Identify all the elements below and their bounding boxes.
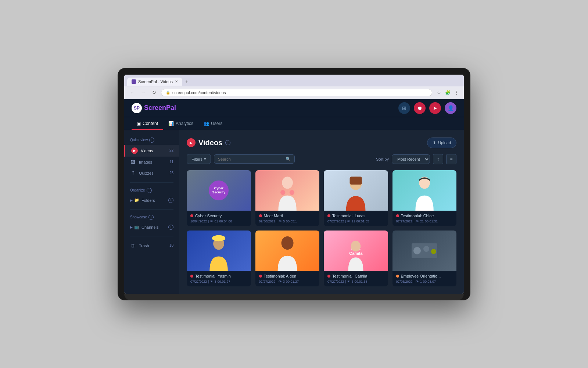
back-button[interactable]: ← <box>128 89 136 97</box>
video-meta-3: 07/27/2022 | 👁 21 00:01:31 <box>396 219 453 223</box>
cyber-circle-overlay: CyberSecurity <box>209 181 229 200</box>
sidebar-item-trash[interactable]: 🗑 Trash 10 <box>124 240 179 251</box>
views-icon-4: 👁 <box>210 280 213 283</box>
views-icon-0: 👁 <box>210 219 213 223</box>
images-label: Images <box>139 160 152 164</box>
video-views-7: 1 <box>420 280 422 283</box>
video-meta-6: 07/27/2022 | 👁 6 00:01:38 <box>327 280 384 283</box>
video-duration-3: 00:01:31 <box>425 219 438 223</box>
search-input[interactable] <box>218 157 283 161</box>
video-info-4: Testimonial: Yasmin 07/27/2022 | 👁 3 00:… <box>187 271 251 286</box>
trash-icon: 🗑 <box>130 243 136 249</box>
settings-icon[interactable]: ⋮ <box>453 89 460 96</box>
video-meta-4: 07/27/2022 | 👁 3 00:01:27 <box>190 280 247 283</box>
channels-label: Channels <box>141 225 158 229</box>
video-card-3[interactable]: Testimonial: Chloe 07/27/2022 | 👁 21 00:… <box>392 170 457 226</box>
svg-point-11 <box>413 247 421 254</box>
video-card-7[interactable]: Employee Orientatio... 07/05/2022 | 👁 1 … <box>392 231 457 286</box>
filters-button[interactable]: Filters ▾ <box>187 154 211 164</box>
video-views-3: 21 <box>420 219 424 223</box>
list-view-button[interactable]: ≡ <box>446 154 456 164</box>
upload-button[interactable]: ⬆ Upload <box>427 137 456 148</box>
bookmark-icon[interactable]: ☆ <box>435 89 442 96</box>
person-camila <box>337 239 375 271</box>
quizzes-icon: ? <box>130 170 136 176</box>
video-card-5[interactable]: Testimonial: Aiden 07/27/2022 | 👁 3 00:0… <box>255 231 320 286</box>
page-title-info-icon[interactable]: i <box>225 140 230 145</box>
videos-icon: ▶ <box>131 147 138 154</box>
video-thumbnail-4 <box>187 231 251 271</box>
quizzes-count: 25 <box>169 171 173 175</box>
new-tab-button[interactable]: + <box>182 77 191 86</box>
separator-4: | <box>208 280 209 283</box>
svg-point-13 <box>431 249 436 254</box>
sidebar-item-videos[interactable]: ▶ Videos 22 <box>124 145 179 157</box>
browser-toolbar: ← → ↻ 🔒 screenpal.com/content/videos ☆ 🧩… <box>124 86 464 99</box>
video-card-6[interactable]: MeetCamila <box>324 231 388 286</box>
add-channel-button[interactable]: + <box>168 225 173 230</box>
person-chloe <box>392 170 457 211</box>
video-title-2: Testimonial: Lucas <box>332 214 366 218</box>
video-card-4[interactable]: Testimonial: Yasmin 07/27/2022 | 👁 3 00:… <box>187 231 251 286</box>
separator-3: | <box>414 219 415 223</box>
add-folder-button[interactable]: + <box>168 198 173 203</box>
svg-point-7 <box>212 235 225 241</box>
tab-close-button[interactable]: ✕ <box>175 79 178 83</box>
video-title-0: Cyber Security <box>195 214 222 218</box>
folders-expandable[interactable]: ▶ 📁 Folders + <box>124 195 179 206</box>
nav-content-label: Content <box>143 121 158 126</box>
nav-item-analytics[interactable]: 📊 Analytics <box>163 117 198 130</box>
status-dot-1 <box>259 214 262 217</box>
video-date-4: 07/27/2022 <box>190 280 207 283</box>
views-icon-5: 👁 <box>279 280 282 283</box>
user-avatar[interactable]: 👤 <box>445 102 456 114</box>
video-card-1[interactable]: Meet Marti 09/30/2022 | 👁 5 00:05:1 <box>255 170 320 226</box>
video-date-5: 07/27/2022 <box>259 280 276 283</box>
extension-icon[interactable]: 🧩 <box>444 89 451 96</box>
main-content: ▶ Videos i ⬆ Upload Filters ▾ <box>179 130 464 294</box>
sidebar-item-images[interactable]: 🖼 Images 11 <box>124 157 179 168</box>
video-title-row-1: Meet Marti <box>259 214 316 218</box>
share-button[interactable]: ➤ <box>429 102 441 114</box>
video-card-2[interactable]: Testimonial: Lucas 07/27/2022 | 👁 21 00:… <box>324 170 388 226</box>
separator-7: | <box>414 280 415 283</box>
sidebar-divider-1 <box>130 182 173 183</box>
channels-expandable[interactable]: ▶ 📺 Channels + <box>124 222 179 232</box>
video-info-1: Meet Marti 09/30/2022 | 👁 5 00:05:1 <box>255 211 320 226</box>
address-bar[interactable]: 🔒 screenpal.com/content/videos <box>161 89 432 96</box>
svg-point-0 <box>282 176 293 189</box>
nav-item-users[interactable]: 👥 Users <box>198 117 227 130</box>
forward-button[interactable]: → <box>139 89 147 97</box>
separator-1: | <box>277 219 277 223</box>
video-thumbnail-3 <box>392 170 457 211</box>
video-views-5: 3 <box>283 280 285 283</box>
views-icon-6: 👁 <box>347 280 350 283</box>
video-title-7: Employee Orientatio... <box>401 274 441 278</box>
video-card-0[interactable]: CyberSecurity Cyber Security 10/04/2022 … <box>187 170 251 226</box>
sort-order-button[interactable]: ↕ <box>433 154 443 164</box>
folders-label: Folders <box>141 198 155 203</box>
svg-rect-4 <box>350 176 362 184</box>
quick-view-label: Quick view i <box>124 136 179 145</box>
separator-5: | <box>277 280 277 283</box>
video-duration-1: 00:05:1 <box>286 219 297 223</box>
screen-capture-button[interactable]: ⊞ <box>398 102 410 114</box>
content-header: ▶ Videos i ⬆ Upload <box>187 137 456 148</box>
browser-chrome: ScreenPal - Videos ✕ + ← → ↻ 🔒 screenpal… <box>124 75 464 99</box>
views-icon-2: 👁 <box>347 219 350 223</box>
video-meta-0: 10/04/2022 | 👁 61 00:04:00 <box>190 219 247 223</box>
video-duration-5: 00:01:27 <box>286 280 299 283</box>
sidebar-item-quizzes[interactable]: ? Quizzes 25 <box>124 168 179 179</box>
browser-tab-active[interactable]: ScreenPal - Videos ✕ <box>127 78 182 86</box>
svg-point-2 <box>290 190 294 194</box>
video-meta-5: 07/27/2022 | 👁 3 00:01:27 <box>259 280 316 283</box>
sort-select[interactable]: Most Recent <box>392 154 430 164</box>
video-title-row-7: Employee Orientatio... <box>396 274 453 278</box>
refresh-button[interactable]: ↻ <box>150 89 158 97</box>
url-text: screenpal.com/content/videos <box>172 90 226 95</box>
images-icon: 🖼 <box>130 159 136 165</box>
record-button[interactable]: ⏺ <box>414 102 426 114</box>
nav-item-content[interactable]: ▣ Content <box>132 117 163 130</box>
laptop-bottom <box>124 294 464 300</box>
organize-label: Organize i <box>124 186 179 195</box>
